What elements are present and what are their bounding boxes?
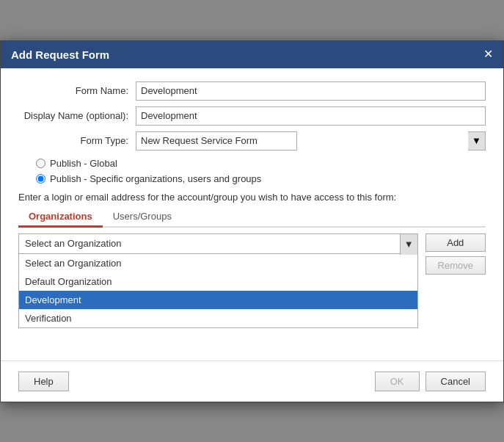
dropdown-arrow-icon: ▼ xyxy=(400,234,417,255)
instruction-text: Enter a login or email address for the a… xyxy=(18,192,486,203)
org-option-verification[interactable]: Verification xyxy=(19,309,417,327)
display-name-input[interactable] xyxy=(136,106,486,126)
dialog-title: Add Request Form xyxy=(11,48,109,61)
form-name-input[interactable] xyxy=(136,81,486,101)
help-button[interactable]: Help xyxy=(18,372,69,391)
publish-specific-row: Publish - Specific organizations, users … xyxy=(36,173,486,184)
form-type-label: Form Type: xyxy=(18,135,136,146)
select-area: Select an Organization ▼ Select an Organ… xyxy=(18,233,486,328)
org-option-development[interactable]: Development xyxy=(19,291,417,309)
display-name-row: Display Name (optional): xyxy=(18,106,486,126)
publish-global-radio[interactable] xyxy=(36,159,45,168)
close-button[interactable]: ✕ xyxy=(483,48,493,60)
add-button[interactable]: Add xyxy=(426,233,486,252)
radio-section: Publish - Global Publish - Specific orga… xyxy=(18,158,486,184)
tabs-bar: Organizations Users/Groups xyxy=(18,207,486,228)
cancel-button[interactable]: Cancel xyxy=(426,372,486,391)
display-name-label: Display Name (optional): xyxy=(18,110,136,121)
publish-specific-radio[interactable] xyxy=(36,174,45,184)
select-arrow-icon: ▼ xyxy=(468,131,486,151)
org-option-default[interactable]: Default Organization xyxy=(19,272,417,291)
publish-global-label: Publish - Global xyxy=(50,158,117,169)
form-name-row: Form Name: xyxy=(18,81,486,101)
tab-organizations[interactable]: Organizations xyxy=(18,207,103,228)
remove-button[interactable]: Remove xyxy=(426,256,486,275)
form-type-select[interactable]: New Request Service Form xyxy=(136,131,297,151)
footer-right-buttons: OK Cancel xyxy=(375,372,486,391)
form-name-label: Form Name: xyxy=(18,85,136,96)
add-request-form-dialog: Add Request Form ✕ Form Name: Display Na… xyxy=(0,40,504,402)
form-type-row: Form Type: New Request Service Form ▼ xyxy=(18,131,486,151)
dialog-footer: Help OK Cancel xyxy=(1,361,503,402)
org-dropdown-trigger[interactable]: Select an Organization ▼ xyxy=(18,233,418,254)
dialog-header: Add Request Form ✕ xyxy=(1,41,503,68)
form-type-select-wrapper: New Request Service Form ▼ xyxy=(136,131,486,151)
dialog-body: Form Name: Display Name (optional): Form… xyxy=(1,68,503,338)
org-dropdown-list: Select an Organization Default Organizat… xyxy=(18,254,418,328)
tab-users-groups[interactable]: Users/Groups xyxy=(103,207,182,228)
org-dropdown-wrapper: Select an Organization ▼ Select an Organ… xyxy=(18,233,418,328)
org-option-select[interactable]: Select an Organization xyxy=(19,254,417,272)
side-buttons: Add Remove xyxy=(426,233,486,275)
publish-global-row: Publish - Global xyxy=(36,158,486,169)
ok-button[interactable]: OK xyxy=(375,372,420,391)
publish-specific-label: Publish - Specific organizations, users … xyxy=(50,173,261,184)
org-dropdown-value: Select an Organization xyxy=(25,238,122,249)
